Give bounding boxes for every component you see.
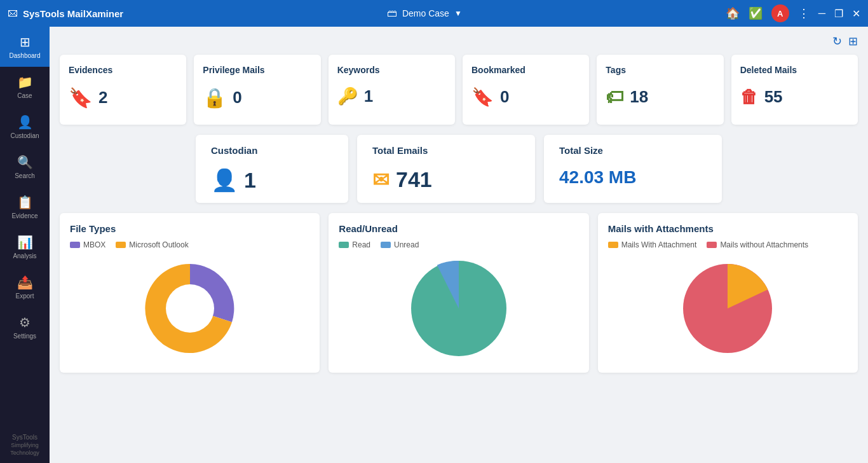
tags-icon: 🏷 bbox=[606, 86, 623, 107]
title-bar: 🖂 SysTools MailXaminer 🗃 Demo Case ▼ 🏠 ✅… bbox=[0, 0, 868, 27]
refresh-button[interactable]: ↻ bbox=[832, 34, 842, 48]
dropdown-icon[interactable]: ▼ bbox=[454, 9, 462, 18]
read-unread-title: Read/Unread bbox=[339, 223, 578, 234]
with-attachment-color bbox=[608, 242, 618, 248]
legend-unread: Unread bbox=[381, 240, 419, 249]
deleted-icon: 🗑 bbox=[740, 86, 758, 107]
attachments-legend: Mails With Attachment Mails without Atta… bbox=[608, 240, 848, 249]
content-area: ↻ ⊞ Evidences 🔖 2 Privilege Mails 🔒 0 bbox=[50, 27, 868, 463]
stat-card-privilege-mails[interactable]: Privilege Mails 🔒 0 bbox=[194, 55, 320, 125]
outlook-color bbox=[116, 242, 126, 248]
legend-with-attachment: Mails With Attachment bbox=[608, 240, 697, 249]
sidebar-item-analysis[interactable]: 📊 Analysis bbox=[0, 227, 50, 267]
chart-file-types: File Types MBOX Microsoft Outlook bbox=[60, 213, 320, 373]
export-nav-icon: 📤 bbox=[17, 275, 33, 290]
legend-outlook: Microsoft Outlook bbox=[116, 240, 188, 249]
tags-value: 🏷 18 bbox=[606, 86, 714, 107]
sidebar-item-search[interactable]: 🔍 Search bbox=[0, 147, 50, 187]
sidebar-label-evidence: Evidence bbox=[11, 212, 37, 219]
unread-color bbox=[381, 242, 391, 248]
sidebar: ⊞ Dashboard 📁 Case 👤 Custodian 🔍 Search … bbox=[0, 27, 50, 463]
file-types-chart-area bbox=[70, 254, 309, 363]
attachments-title: Mails with Attachments bbox=[608, 223, 848, 234]
custodian-nav-icon: 👤 bbox=[17, 114, 33, 130]
sidebar-item-settings[interactable]: ⚙ Settings bbox=[0, 307, 50, 347]
privilege-mails-value: 🔒 0 bbox=[203, 86, 311, 109]
stat-card-bookmarked[interactable]: Bookmarked 🔖 0 bbox=[463, 55, 589, 125]
home-icon[interactable]: 🏠 bbox=[726, 6, 740, 20]
deleted-mails-value: 🗑 55 bbox=[740, 86, 849, 107]
sidebar-label-settings: Settings bbox=[13, 333, 36, 340]
bookmarked-icon: 🔖 bbox=[471, 86, 494, 107]
status-icon: ✅ bbox=[749, 6, 763, 20]
legend-without-attachment: Mails without Attachments bbox=[707, 240, 808, 249]
minimize-button[interactable]: ─ bbox=[818, 8, 825, 19]
attachments-pie bbox=[677, 258, 778, 359]
app-icon: 🖂 bbox=[8, 8, 18, 19]
without-attachment-color bbox=[707, 242, 717, 248]
sidebar-label-search: Search bbox=[15, 172, 35, 179]
stat-card-keywords[interactable]: Keywords 🔑 1 bbox=[329, 55, 455, 125]
sidebar-item-export[interactable]: 📤 Export bbox=[0, 267, 50, 307]
dashboard-icon: ⊞ bbox=[20, 34, 31, 50]
menu-icon[interactable]: ⋮ bbox=[798, 6, 810, 20]
grid-button[interactable]: ⊞ bbox=[848, 34, 858, 48]
legend-read: Read bbox=[339, 240, 370, 249]
content-toolbar: ↻ ⊞ bbox=[60, 34, 858, 48]
mid-card-total-emails[interactable]: Total Emails ✉ 741 bbox=[357, 135, 535, 203]
sidebar-item-case[interactable]: 📁 Case bbox=[0, 67, 50, 107]
case-label: Demo Case bbox=[402, 8, 449, 18]
sidebar-item-dashboard[interactable]: ⊞ Dashboard bbox=[0, 27, 50, 67]
sidebar-item-evidence[interactable]: 📋 Evidence bbox=[0, 187, 50, 227]
read-unread-legend: Read Unread bbox=[339, 240, 578, 249]
sidebar-label-custodian: Custodian bbox=[10, 132, 39, 139]
charts-row: File Types MBOX Microsoft Outlook bbox=[60, 213, 858, 373]
close-button[interactable]: ✕ bbox=[852, 8, 860, 20]
search-nav-icon: 🔍 bbox=[17, 155, 33, 170]
stat-card-tags[interactable]: Tags 🏷 18 bbox=[597, 55, 723, 125]
custodian-card-value: 👤 1 bbox=[211, 167, 333, 193]
app-title: SysTools MailXaminer bbox=[23, 8, 123, 19]
bookmarked-title: Bookmarked bbox=[471, 65, 580, 75]
maximize-button[interactable]: ❐ bbox=[834, 8, 843, 20]
stat-card-deleted-mails[interactable]: Deleted Mails 🗑 55 bbox=[731, 55, 858, 125]
mid-card-total-size[interactable]: Total Size 42.03 MB bbox=[544, 135, 722, 203]
case-nav-icon: 📁 bbox=[17, 74, 33, 90]
total-emails-value: ✉ 741 bbox=[372, 167, 520, 192]
keywords-title: Keywords bbox=[337, 65, 446, 75]
chart-read-unread: Read/Unread Read Unread bbox=[329, 213, 588, 373]
sidebar-item-custodian[interactable]: 👤 Custodian bbox=[0, 107, 50, 147]
stat-card-evidences[interactable]: Evidences 🔖 2 bbox=[60, 55, 186, 125]
svg-point-0 bbox=[166, 284, 214, 333]
read-unread-pie bbox=[405, 254, 513, 363]
custodian-icon: 👤 bbox=[211, 167, 238, 193]
read-unread-chart-area bbox=[339, 254, 578, 363]
chart-attachments: Mails with Attachments Mails With Attach… bbox=[598, 213, 858, 373]
email-icon: ✉ bbox=[372, 168, 390, 192]
privilege-icon: 🔒 bbox=[203, 86, 226, 109]
bookmarked-value: 🔖 0 bbox=[471, 86, 580, 107]
deleted-mails-title: Deleted Mails bbox=[740, 65, 849, 75]
evidences-title: Evidences bbox=[69, 65, 177, 75]
analysis-nav-icon: 📊 bbox=[17, 235, 33, 250]
mid-card-custodian[interactable]: Custodian 👤 1 bbox=[196, 135, 348, 203]
custodian-card-title: Custodian bbox=[211, 145, 333, 156]
privilege-mails-title: Privilege Mails bbox=[203, 65, 311, 75]
total-emails-title: Total Emails bbox=[372, 145, 520, 156]
mid-row: Custodian 👤 1 Total Emails ✉ 741 Total S… bbox=[60, 135, 858, 203]
case-icon: 🗃 bbox=[387, 8, 397, 19]
legend-mbox: MBOX bbox=[70, 240, 105, 249]
settings-nav-icon: ⚙ bbox=[19, 315, 31, 330]
main-layout: ⊞ Dashboard 📁 Case 👤 Custodian 🔍 Search … bbox=[0, 27, 868, 463]
sidebar-label-dashboard: Dashboard bbox=[10, 52, 41, 59]
avatar[interactable]: A bbox=[771, 4, 789, 22]
sidebar-label-case: Case bbox=[17, 92, 32, 99]
keywords-icon: 🔑 bbox=[337, 86, 358, 106]
tags-title: Tags bbox=[606, 65, 714, 75]
file-types-title: File Types bbox=[70, 223, 309, 234]
total-size-value: 42.03 MB bbox=[559, 167, 707, 188]
evidences-value: 🔖 2 bbox=[69, 86, 177, 109]
file-types-legend: MBOX Microsoft Outlook bbox=[70, 240, 309, 249]
mbox-color bbox=[70, 242, 80, 248]
stats-row: Evidences 🔖 2 Privilege Mails 🔒 0 Keywor… bbox=[60, 55, 858, 125]
